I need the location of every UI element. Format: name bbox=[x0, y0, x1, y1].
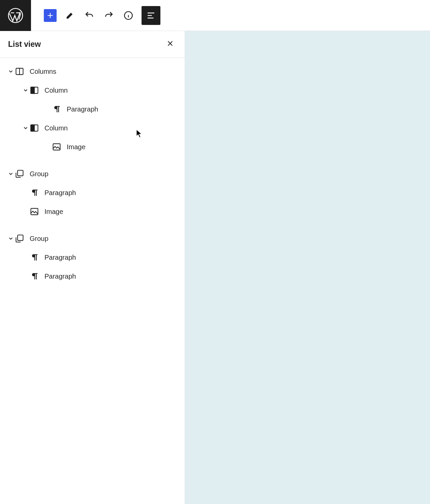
wordpress-logo-icon bbox=[7, 7, 24, 24]
info-icon bbox=[124, 11, 133, 20]
close-icon bbox=[166, 40, 174, 47]
block-row-paragraph[interactable]: Paragraph bbox=[0, 100, 185, 119]
list-view-toggle-button[interactable] bbox=[142, 6, 160, 25]
block-label: Image bbox=[67, 143, 185, 151]
paragraph-icon bbox=[30, 253, 39, 262]
wordpress-logo-button[interactable] bbox=[0, 0, 31, 31]
undo-button[interactable] bbox=[83, 9, 96, 22]
editor-canvas[interactable] bbox=[185, 31, 430, 504]
block-label: Column bbox=[44, 124, 185, 132]
group-icon bbox=[15, 169, 24, 179]
block-row-group[interactable]: Group bbox=[0, 229, 185, 248]
edit-tool-button[interactable] bbox=[63, 9, 76, 22]
block-label: Columns bbox=[30, 68, 185, 75]
column-icon bbox=[30, 123, 39, 133]
chevron-down-icon[interactable] bbox=[7, 171, 15, 177]
block-row-columns[interactable]: Columns bbox=[0, 62, 185, 81]
panel-header: List view bbox=[0, 31, 185, 58]
image-icon bbox=[30, 207, 39, 216]
block-row-paragraph[interactable]: Paragraph bbox=[0, 183, 185, 202]
svg-rect-7 bbox=[53, 144, 60, 150]
block-row-column[interactable]: Column bbox=[0, 81, 185, 100]
svg-rect-6 bbox=[31, 125, 35, 131]
undo-icon bbox=[84, 10, 94, 21]
paragraph-icon bbox=[30, 188, 39, 197]
editor-main: List view ColumnsColumnParagraphColumnIm… bbox=[0, 31, 430, 504]
svg-rect-10 bbox=[18, 235, 23, 241]
svg-rect-9 bbox=[31, 209, 38, 215]
redo-button[interactable] bbox=[102, 9, 115, 22]
block-label: Group bbox=[30, 170, 185, 178]
block-label: Group bbox=[30, 235, 185, 243]
chevron-down-icon[interactable] bbox=[22, 87, 30, 93]
block-row-paragraph[interactable]: Paragraph bbox=[0, 267, 185, 286]
editor-toolbar bbox=[31, 6, 160, 25]
close-panel-button[interactable] bbox=[164, 37, 177, 52]
columns-icon bbox=[15, 67, 24, 76]
chevron-down-icon[interactable] bbox=[22, 125, 30, 131]
editor-topbar bbox=[0, 0, 430, 31]
svg-rect-4 bbox=[31, 87, 35, 94]
paragraph-icon bbox=[30, 272, 39, 281]
block-label: Paragraph bbox=[44, 273, 185, 280]
chevron-down-icon[interactable] bbox=[7, 235, 15, 242]
paragraph-icon bbox=[52, 104, 61, 114]
block-row-paragraph[interactable]: Paragraph bbox=[0, 248, 185, 267]
info-button[interactable] bbox=[122, 9, 135, 22]
redo-icon bbox=[104, 10, 114, 21]
add-block-button[interactable] bbox=[44, 9, 57, 22]
pencil-icon bbox=[65, 11, 74, 20]
block-row-column[interactable]: Column bbox=[0, 119, 185, 137]
list-view-icon bbox=[146, 10, 156, 21]
image-icon bbox=[52, 142, 61, 152]
block-label: Paragraph bbox=[44, 189, 185, 197]
chevron-down-icon[interactable] bbox=[7, 68, 15, 74]
block-label: Paragraph bbox=[67, 105, 185, 113]
group-icon bbox=[15, 234, 24, 243]
svg-rect-8 bbox=[18, 170, 23, 176]
list-view-panel: List view ColumnsColumnParagraphColumnIm… bbox=[0, 31, 185, 504]
block-label: Paragraph bbox=[44, 254, 185, 261]
block-row-image[interactable]: Image bbox=[0, 202, 185, 221]
block-row-image[interactable]: Image bbox=[0, 137, 185, 156]
block-label: Column bbox=[44, 87, 185, 94]
panel-title: List view bbox=[8, 40, 41, 49]
block-tree: ColumnsColumnParagraphColumnImageGroupPa… bbox=[0, 58, 185, 286]
block-row-group[interactable]: Group bbox=[0, 164, 185, 183]
plus-icon bbox=[46, 11, 55, 20]
block-label: Image bbox=[44, 208, 185, 216]
column-icon bbox=[30, 86, 39, 95]
